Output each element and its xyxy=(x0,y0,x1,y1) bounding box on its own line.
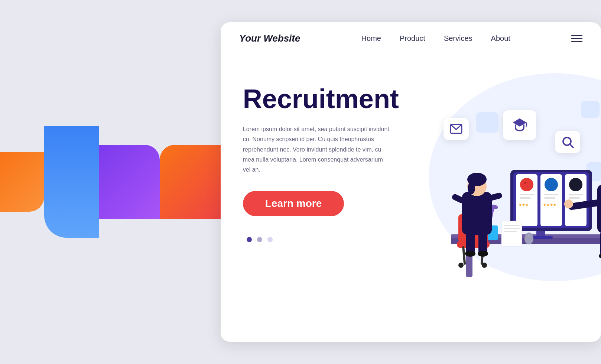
graduation-icon-card xyxy=(503,110,536,140)
nav-product[interactable]: Product xyxy=(400,34,425,43)
svg-point-23 xyxy=(545,178,558,191)
svg-rect-29 xyxy=(569,194,583,195)
content-area: Recruitment Lorem ipsum dolor sit amet, … xyxy=(221,55,601,337)
navbar: Your Website Home Product Services About xyxy=(221,22,601,55)
svg-rect-20 xyxy=(520,197,531,199)
svg-point-28 xyxy=(569,178,582,191)
hero-description: Lorem ipsum dolor sit amet, sea putant s… xyxy=(243,124,392,175)
corner-decoration-br xyxy=(160,145,220,219)
svg-point-64 xyxy=(458,263,464,268)
dot-1[interactable] xyxy=(247,237,252,242)
svg-point-94 xyxy=(599,253,601,259)
nav-links: Home Product Services About xyxy=(361,34,510,43)
dot-2[interactable] xyxy=(257,237,262,242)
hamburger-menu[interactable] xyxy=(571,35,582,42)
svg-rect-24 xyxy=(544,194,558,195)
svg-point-80 xyxy=(465,251,475,257)
svg-rect-19 xyxy=(520,194,534,195)
hero-title: Recruitment xyxy=(243,84,421,114)
svg-rect-58 xyxy=(504,228,520,229)
svg-point-81 xyxy=(478,251,488,257)
svg-text:★★★: ★★★ xyxy=(519,203,529,207)
dot-3[interactable] xyxy=(267,237,273,242)
search-icon-card xyxy=(555,131,580,153)
svg-point-17 xyxy=(520,178,533,191)
corner-decoration-bl xyxy=(99,145,160,219)
hamburger-line-2 xyxy=(571,38,582,39)
email-icon xyxy=(449,122,463,136)
hero-illustration: ★★★ ★★★★ ★★★ xyxy=(421,69,601,322)
nav-about[interactable]: About xyxy=(491,34,510,43)
learn-more-button[interactable]: Learn more xyxy=(243,191,344,216)
hero-left: Recruitment Lorem ipsum dolor sit amet, … xyxy=(243,69,421,242)
email-icon-card xyxy=(444,118,469,140)
nav-services[interactable]: Services xyxy=(444,34,472,43)
svg-point-18 xyxy=(524,182,526,184)
svg-point-54 xyxy=(524,233,533,244)
svg-point-65 xyxy=(482,263,487,268)
svg-rect-57 xyxy=(504,225,520,226)
main-card: Your Website Home Product Services About… xyxy=(221,22,601,342)
site-logo[interactable]: Your Website xyxy=(239,33,300,44)
svg-rect-30 xyxy=(569,197,580,199)
svg-rect-62 xyxy=(462,246,466,265)
svg-line-4 xyxy=(570,144,573,147)
nav-home[interactable]: Home xyxy=(361,34,381,43)
hamburger-line-3 xyxy=(571,41,582,42)
search-icon xyxy=(561,135,574,149)
corner-decoration-tr xyxy=(44,126,99,238)
svg-point-75 xyxy=(468,182,475,194)
svg-text:★★★★: ★★★★ xyxy=(543,203,556,207)
corner-decoration-tl xyxy=(0,152,44,212)
svg-rect-72 xyxy=(462,192,492,235)
svg-rect-82 xyxy=(597,185,601,233)
hamburger-line-1 xyxy=(571,35,582,36)
svg-rect-59 xyxy=(504,231,517,232)
pagination-dots xyxy=(247,237,421,242)
svg-point-90 xyxy=(564,199,573,208)
graduation-icon xyxy=(511,117,528,133)
svg-rect-25 xyxy=(544,197,555,199)
svg-marker-1 xyxy=(513,118,526,127)
